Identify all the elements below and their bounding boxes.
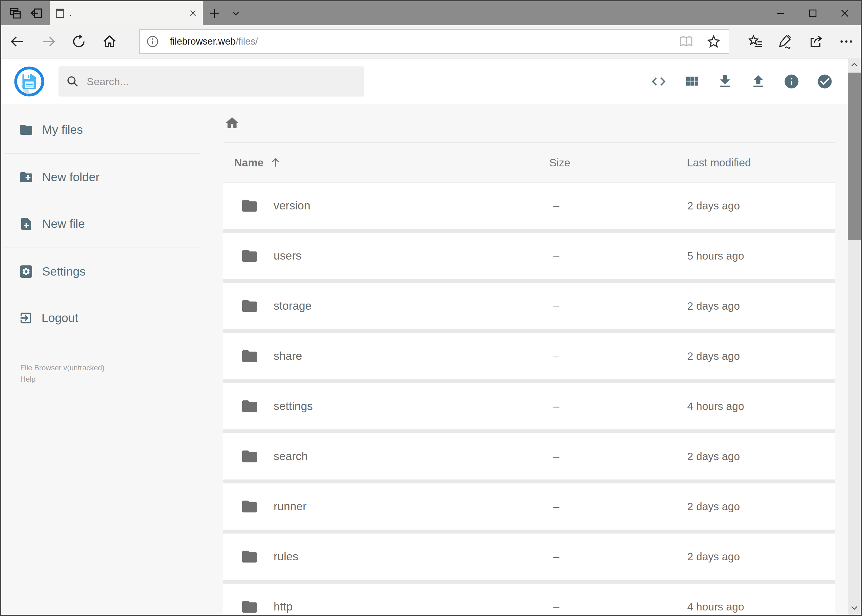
folder-icon [241,347,258,365]
info-icon [783,72,800,90]
scrollbar-thumb[interactable] [848,72,861,240]
sidebar-divider [4,248,200,248]
folder-icon [241,548,258,566]
refresh-button[interactable] [65,25,92,58]
sidebar-item-my-files[interactable]: My files [1,115,214,145]
file-row[interactable]: rules – 2 days ago [223,533,835,580]
set-tabs-aside-button[interactable] [26,1,47,25]
file-row[interactable]: version – 2 days ago [223,182,835,229]
file-name: rules [274,550,298,563]
file-row[interactable]: runner – 2 days ago [223,483,835,530]
search-bar[interactable] [58,66,364,97]
back-arrow-icon [9,33,25,50]
file-name: settings [274,400,313,413]
file-modified: 2 days ago [687,200,740,212]
browser-home-icon [102,33,118,50]
sidebar-item-label: My files [42,123,83,137]
file-row[interactable]: http – 4 hours ago [223,583,835,615]
url-separator [164,33,164,50]
file-name: version [274,199,310,212]
sidebar-item-settings[interactable]: Settings [1,256,214,287]
url-text[interactable]: filebrowser.web/files/ [170,36,258,47]
more-dots-icon [838,33,854,50]
file-modified: 2 days ago [687,450,740,462]
file-name: runner [274,500,307,513]
file-row[interactable]: share – 2 days ago [223,333,835,380]
column-header-size[interactable]: Size [549,157,570,169]
forward-arrow-icon [41,33,57,50]
chevron-down-icon [850,603,859,612]
page-scrollbar[interactable] [848,58,861,615]
set-tabs-aside-icon [30,6,43,20]
back-button[interactable] [4,25,31,58]
tab-list-button[interactable] [226,1,245,25]
file-modified: 2 days ago [687,550,740,563]
sidebar-item-label: Settings [42,265,85,278]
maximize-button[interactable] [797,1,829,25]
column-header-name[interactable]: Name [234,157,281,169]
sidebar-divider [4,154,200,154]
select-button[interactable] [816,72,833,91]
app-body: My files New folder New file [1,104,848,615]
app-header [1,59,848,104]
favorite-star-icon[interactable] [706,34,721,49]
tab-preview-button[interactable] [4,1,26,25]
app-version: File Browser v(untracked) [20,362,214,373]
search-input[interactable] [86,75,333,88]
scrollbar-up-button[interactable] [848,58,861,72]
annotate-button[interactable] [774,25,796,58]
file-row[interactable]: storage – 2 days ago [223,283,835,329]
page-icon [55,8,65,19]
hub-button[interactable] [745,25,767,58]
folder-icon [241,598,258,615]
file-size: – [553,400,559,412]
new-folder-icon [19,170,33,184]
help-link[interactable]: Help [20,373,214,385]
file-name: users [274,250,301,262]
new-tab-button[interactable] [203,1,226,25]
check-circle-icon [816,72,833,90]
annotate-pen-icon [777,33,793,50]
file-name: storage [274,300,312,313]
filebrowser-logo[interactable] [14,66,45,97]
hub-favorites-icon [748,33,764,50]
browser-window: . [0,0,862,616]
file-modified: 2 days ago [687,300,740,312]
url-domain: filebrowser.web [170,36,236,47]
download-button[interactable] [717,72,733,91]
file-row[interactable]: users – 5 hours ago [223,233,835,279]
filebrowser-app: My files New folder New file [1,59,848,615]
file-row[interactable]: settings – 4 hours ago [223,383,835,430]
sidebar-item-new-folder[interactable]: New folder [1,162,214,193]
url-bar[interactable]: filebrowser.web/files/ [139,29,730,54]
page-info-icon[interactable] [146,35,159,48]
forward-button[interactable] [35,25,62,58]
shell-button[interactable] [650,72,667,91]
grid-view-button[interactable] [684,72,700,91]
reading-view-icon[interactable] [679,34,694,49]
close-window-button[interactable] [829,1,861,25]
minimize-button[interactable] [765,1,797,25]
share-button[interactable] [805,25,827,58]
file-size: – [553,200,559,212]
column-header-modified[interactable]: Last modified [687,157,751,169]
folder-icon [241,498,258,515]
info-button[interactable] [783,72,800,91]
sidebar-item-logout[interactable]: Logout [1,303,214,333]
more-menu-button[interactable] [835,25,857,58]
sidebar-item-new-file[interactable]: New file [1,209,214,239]
breadcrumb-home-button[interactable] [224,115,241,132]
upload-button[interactable] [750,72,767,91]
file-modified: 4 hours ago [687,400,744,412]
file-row[interactable]: search – 2 days ago [223,433,835,480]
close-tab-button[interactable] [189,9,197,17]
tab-preview-icon [8,6,22,20]
scrollbar-down-button[interactable] [848,600,861,615]
browser-home-button[interactable] [96,25,123,58]
file-size: – [553,600,559,613]
file-size: – [553,450,559,462]
browser-tab[interactable]: . [50,1,203,25]
file-listing: Name Size Last modified [214,104,848,615]
home-icon [224,115,240,131]
maximize-icon [807,8,818,19]
